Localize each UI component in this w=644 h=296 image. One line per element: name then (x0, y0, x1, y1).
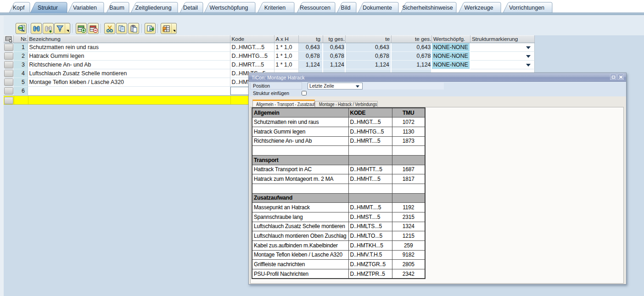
svg-text:Zeitgliederung: Zeitgliederung (135, 5, 171, 11)
svg-text:Kopf: Kopf (13, 5, 25, 11)
svg-text:Werkzeuge: Werkzeuge (465, 5, 493, 11)
svg-text:Struktur: Struktur (38, 5, 58, 11)
svg-text:Vorrichtungen: Vorrichtungen (509, 5, 544, 11)
svg-text:Dokumente: Dokumente (363, 5, 392, 11)
svg-text:Baum: Baum (109, 5, 124, 11)
svg-text:Wertschöpfung: Wertschöpfung (210, 5, 248, 11)
svg-text:Ressourcen: Ressourcen (300, 5, 330, 11)
svg-text:Bild: Bild (341, 5, 351, 11)
svg-text:Sicherheitshinweise: Sicherheitshinweise (402, 5, 453, 11)
svg-text:Kriterien: Kriterien (264, 5, 286, 11)
svg-text:Detail: Detail (183, 5, 198, 11)
svg-text:Variablen: Variablen (73, 5, 97, 11)
